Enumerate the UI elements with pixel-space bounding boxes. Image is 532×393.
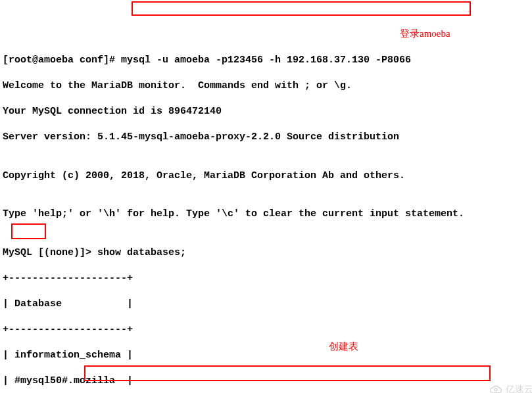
line-copyright: Copyright (c) 2000, 2018, Oracle, MariaD… [3, 170, 532, 183]
line-welcome1: Welcome to the MariaDB monitor. Commands… [3, 80, 532, 93]
line-show-databases: MySQL [(none)]> show databases; [3, 246, 532, 260]
annotation-login-amoeba: 登录amoeba [400, 28, 450, 41]
line-help: Type 'help;' or '\h' for help. Type '\c'… [3, 208, 532, 221]
svg-point-0 [495, 388, 497, 391]
line-hdr: | Database | [3, 298, 532, 311]
cloud-icon [489, 384, 504, 393]
line-prompt0: [root@amoeba conf]# mysql -u amoeba -p12… [3, 54, 532, 67]
line-row0: | information_schema | [3, 349, 532, 362]
watermark: 亿速云 [489, 384, 532, 393]
highlight-aaa-db [11, 223, 46, 239]
line-septop: +--------------------+ [3, 272, 532, 285]
line-welcome2: Your MySQL connection id is 896472140 [3, 105, 532, 118]
line-row1: | #mysql50#.mozilla | [3, 375, 532, 388]
line-sepmid: +--------------------+ [3, 323, 532, 336]
highlight-mysql-command [132, 1, 471, 16]
line-welcome3: Server version: 5.1.45-mysql-amoeba-prox… [3, 131, 532, 144]
annotation-create-table: 创建表 [329, 340, 358, 354]
